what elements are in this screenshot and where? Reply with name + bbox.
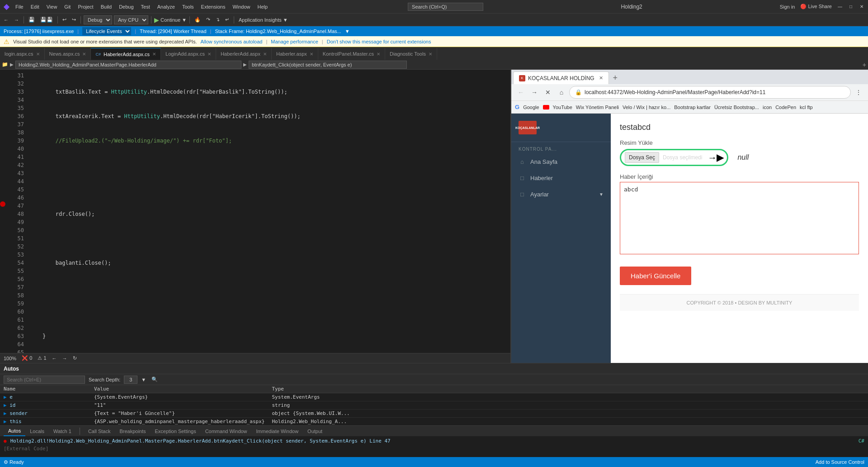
- autos-search-input[interactable]: [4, 376, 85, 384]
- search-box[interactable]: Search (Ctrl+Q): [408, 3, 483, 11]
- live-share-button[interactable]: 🔴 Live Share: [800, 4, 832, 10]
- tab-haberleradd-aspx[interactable]: HaberlerAdd.aspx ✕: [216, 48, 272, 60]
- address-bar[interactable]: 🔒 localhost:44372/Web-Holding-AdminPanel…: [569, 86, 851, 99]
- save-button[interactable]: 💾: [27, 16, 37, 24]
- hot-reload-button[interactable]: 🔥: [193, 16, 203, 24]
- bottom-tab-watch[interactable]: Watch 1: [49, 426, 76, 436]
- bookmark-codepen[interactable]: CodePen: [775, 105, 796, 110]
- new-tab-button[interactable]: +: [609, 71, 622, 84]
- tab-haberleradd-cs-close[interactable]: ✕: [152, 52, 156, 57]
- step-out-button[interactable]: ↵: [223, 16, 231, 24]
- cpu-select[interactable]: Any CPU: [114, 15, 148, 24]
- redo-button[interactable]: ↪: [70, 16, 78, 24]
- expand-this-icon[interactable]: ▶: [4, 419, 7, 424]
- bottom-tab-breakpoints[interactable]: Breakpoints: [115, 426, 150, 436]
- menu-build[interactable]: Build: [98, 3, 114, 10]
- menu-git[interactable]: Git: [61, 3, 73, 10]
- tab-login[interactable]: login.aspx.cs ✕: [0, 48, 45, 60]
- bookmark-wix[interactable]: Wix Yönetim Paneli: [576, 105, 619, 110]
- bottom-tab-exceptions[interactable]: Exception Settings: [151, 426, 201, 436]
- menu-view[interactable]: View: [44, 3, 60, 10]
- dont-show-link[interactable]: Don't show this message for current exte…: [327, 39, 431, 44]
- tab-haberleradd-aspx-close[interactable]: ✕: [263, 52, 267, 57]
- expand-sender-icon[interactable]: ▶: [4, 410, 7, 416]
- browser-stop-button[interactable]: ✕: [542, 86, 554, 98]
- dropdown-arrow-2[interactable]: ▶: [243, 62, 247, 67]
- maximize-button[interactable]: □: [848, 4, 854, 10]
- bottom-tab-autos[interactable]: Autos: [4, 426, 25, 436]
- back-button[interactable]: ←: [2, 16, 10, 24]
- allow-autoload-link[interactable]: Allow synchronous autoload: [200, 39, 262, 44]
- tab-news-close[interactable]: ✕: [82, 52, 86, 57]
- tab-kontrol-master[interactable]: KontrolPanel.Master.cs ✕: [318, 48, 385, 60]
- choose-file-button[interactable]: Dosya Seç: [625, 152, 659, 163]
- code-editor[interactable]: 3132333435 3637383940 4142434445 4647484…: [0, 70, 511, 363]
- method-path-input[interactable]: [249, 61, 407, 69]
- menu-help[interactable]: Help: [255, 3, 271, 10]
- add-to-source-control[interactable]: Add to Source Control: [816, 459, 864, 465]
- nav-item-haberler[interactable]: □ Haberler: [511, 170, 611, 186]
- nav-back[interactable]: ←: [52, 356, 57, 361]
- close-button[interactable]: ✕: [859, 4, 864, 10]
- tab-diagnostic[interactable]: Diagnostic Tools ✕: [385, 48, 437, 60]
- nav-forward[interactable]: →: [62, 356, 67, 361]
- menu-debug[interactable]: Debug: [116, 3, 136, 10]
- ayarlar-expand-icon[interactable]: ▼: [599, 192, 604, 197]
- tab-loginadd[interactable]: LoginAdd.aspx.cs ✕: [161, 48, 216, 60]
- nav-refresh[interactable]: ↻: [73, 355, 77, 361]
- menu-edit[interactable]: Edit: [28, 3, 42, 10]
- browser-back-button[interactable]: ←: [515, 86, 527, 98]
- bookmark-bootstrap[interactable]: Bootstrap kartlar: [674, 105, 711, 110]
- tab-diagnostic-close[interactable]: ✕: [429, 52, 432, 57]
- search-icon-btn[interactable]: 🔍: [151, 376, 158, 382]
- expand-e-icon[interactable]: ▶: [4, 394, 7, 400]
- add-watch-icon[interactable]: +: [863, 61, 866, 68]
- save-all-button[interactable]: 💾💾: [38, 16, 55, 24]
- sign-in-button[interactable]: Sign in: [780, 4, 795, 10]
- step-over-button[interactable]: ↷: [204, 16, 212, 24]
- tab-haberleradd-cs[interactable]: C# HaberlerAdd.aspx.cs ✕: [91, 48, 161, 60]
- bookmark-google[interactable]: Google: [523, 105, 539, 110]
- browser-active-tab[interactable]: K KOÇASLANLAR HOLDİNG ✕: [513, 71, 609, 84]
- bottom-tab-locals[interactable]: Locals: [25, 426, 49, 436]
- menu-project[interactable]: Project: [75, 3, 96, 10]
- menu-analyze[interactable]: Analyze: [155, 3, 178, 10]
- debug-mode-select[interactable]: Debug: [84, 15, 112, 24]
- content-textarea[interactable]: abcd: [620, 182, 859, 254]
- bottom-tab-callstack[interactable]: Call Stack: [84, 426, 115, 436]
- browser-forward-button[interactable]: →: [528, 86, 540, 98]
- tab-loginadd-close[interactable]: ✕: [208, 52, 211, 57]
- continue-button[interactable]: ▶ Continue ▼: [154, 16, 187, 24]
- tab-haberler[interactable]: Haberler.aspx ✕: [272, 48, 318, 60]
- bottom-tab-command[interactable]: Command Window: [201, 426, 252, 436]
- browser-home-button[interactable]: ⌂: [556, 86, 567, 98]
- bottom-tab-output[interactable]: Output: [303, 426, 327, 436]
- bookmark-youtube[interactable]: YouTube: [553, 105, 572, 110]
- tab-login-close[interactable]: ✕: [36, 52, 40, 57]
- bookmark-bootstrap2[interactable]: Ücretsiz Bootstrap...: [714, 105, 759, 110]
- manage-performance-link[interactable]: Manage performance: [271, 39, 318, 44]
- code-text-area[interactable]: txtBaslik.Text = HttpUtility.HtmlDecode(…: [28, 70, 510, 363]
- app-insights-button[interactable]: Application Insights ▼: [237, 16, 290, 24]
- continue-dropdown-icon[interactable]: ▼: [182, 17, 187, 23]
- step-into-button[interactable]: ↴: [214, 16, 222, 24]
- dropdown-arrow-1[interactable]: ▶: [10, 62, 14, 67]
- bookmark-kcl[interactable]: kcl ftp: [800, 105, 813, 110]
- menu-test[interactable]: Test: [138, 3, 153, 10]
- tab-kontrol-master-close[interactable]: ✕: [377, 52, 380, 57]
- forward-button[interactable]: →: [12, 16, 21, 24]
- code-path-input[interactable]: [15, 61, 241, 69]
- nav-item-ayarlar[interactable]: □ Ayarlar ▼: [511, 186, 611, 202]
- undo-button[interactable]: ↩: [61, 16, 68, 24]
- minimize-button[interactable]: —: [837, 4, 843, 10]
- menu-file[interactable]: File: [13, 3, 26, 10]
- expand-id-icon[interactable]: ▶: [4, 402, 7, 408]
- search-expand-btn[interactable]: ▼: [141, 377, 146, 382]
- menu-window[interactable]: Window: [230, 3, 253, 10]
- browser-menu-button[interactable]: ⋮: [853, 86, 864, 98]
- bookmark-icon[interactable]: icon: [763, 105, 772, 110]
- tab-haberler-close[interactable]: ✕: [310, 52, 313, 57]
- stack-frame-dropdown-icon[interactable]: ▼: [345, 29, 350, 34]
- browser-tab-close-btn[interactable]: ✕: [599, 75, 603, 81]
- tab-news[interactable]: News.aspx.cs ✕: [45, 48, 91, 60]
